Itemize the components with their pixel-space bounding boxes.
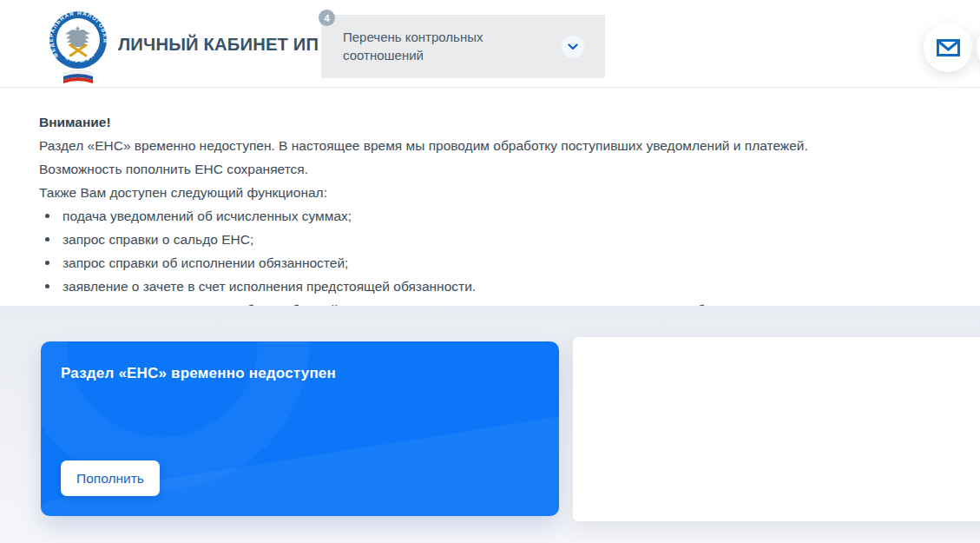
notice-line-2: Возможность пополнить ЕНС сохраняется.	[39, 157, 941, 181]
list-item: заявление о зачете в счет исполнения пре…	[45, 275, 941, 298]
header: ФЕДЕРАЛЬНАЯ НАЛОГОВАЯ СЛУЖБА ЛИЧНЫ	[0, 0, 980, 88]
russian-flag-ribbon-icon	[63, 70, 93, 83]
dashboard-area: Раздел «ЕНС» временно недоступен Пополни…	[0, 306, 980, 543]
list-item: подача уведомлений об исчисленных суммах…	[45, 204, 941, 228]
notification-badge: 4	[319, 10, 335, 26]
messages-button[interactable]	[924, 23, 972, 72]
ens-card-title: Раздел «ЕНС» временно недоступен	[61, 365, 336, 382]
available-functions-list: подача уведомлений об исчисленных суммах…	[39, 204, 941, 298]
fns-emblem-icon: ФЕДЕРАЛЬНАЯ НАЛОГОВАЯ СЛУЖБА	[48, 10, 109, 85]
fns-logo[interactable]: ФЕДЕРАЛЬНАЯ НАЛОГОВАЯ СЛУЖБА	[48, 10, 109, 85]
list-item: запрос справки об исполнении обязанносте…	[45, 251, 941, 275]
ens-notice-section: Внимание! Раздел «ЕНС» временно недоступ…	[0, 88, 980, 339]
secondary-action-button[interactable]	[977, 23, 980, 72]
mail-icon	[937, 39, 960, 56]
empty-content-panel	[573, 337, 980, 521]
list-item: запрос справки о сальдо ЕНС;	[45, 228, 941, 251]
page-title: ЛИЧНЫЙ КАБИНЕТ ИП	[118, 34, 319, 55]
notice-heading: Внимание!	[39, 110, 941, 134]
topup-button[interactable]: Пополнить	[61, 460, 160, 496]
chevron-down-icon[interactable]	[562, 36, 584, 58]
control-ratios-label: Перечень контрольных соотношений	[343, 28, 543, 64]
control-ratios-dropdown[interactable]: 4 Перечень контрольных соотношений	[321, 15, 605, 78]
notice-line-1: Раздел «ЕНС» временно недоступен. В наст…	[39, 134, 941, 157]
notice-line-3: Также Вам доступен следующий функционал:	[39, 181, 941, 204]
ens-status-card: Раздел «ЕНС» временно недоступен Пополни…	[41, 341, 559, 516]
